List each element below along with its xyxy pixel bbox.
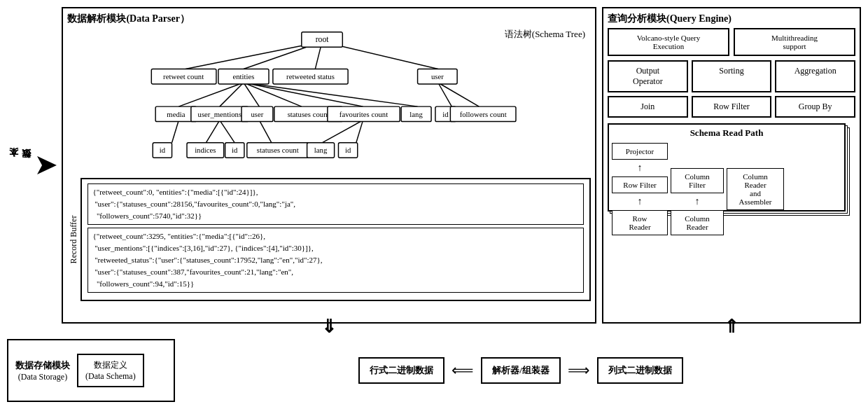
bottom-middle: 行式二进制数据 ⟸ 解析器/组装器 ⟹ 列式二进制数据 xyxy=(181,339,861,402)
tree-svg: root retweet count entities retweeted st… xyxy=(67,28,591,165)
svg-text:user: user xyxy=(431,72,444,81)
bottom-row: 数据存储模块 (Data Storage) 数据定义(Data Schema) … xyxy=(7,339,861,402)
qe-top-row: Volcano-style QueryExecution Multithread… xyxy=(608,28,855,56)
svg-line-14 xyxy=(220,120,234,143)
qe-operator-grid: OutputOperator Sorting Aggregation Join … xyxy=(608,60,855,118)
svg-line-8 xyxy=(244,83,363,106)
svg-text:lang: lang xyxy=(410,110,424,118)
svg-line-13 xyxy=(206,120,220,143)
svg-text:user: user xyxy=(251,110,264,118)
schema-tree-label: 语法树(Schema Tree) xyxy=(505,28,585,41)
svg-text:retweet count: retweet count xyxy=(163,72,204,81)
fat-left-arrow: ➤ xyxy=(35,7,56,324)
query-engine-module: 查询分析模块(Query Engine) Volcano-style Query… xyxy=(602,7,861,324)
svg-text:followers count: followers count xyxy=(460,110,507,118)
volcano-box: Volcano-style QueryExecution xyxy=(608,28,729,56)
record-buffer-wrapper: Record Buffer {"retweet_count":0, "entit… xyxy=(67,178,591,301)
schema-read-inner: Projector ↑ Row Filter ↑ RowReader Colum… xyxy=(612,143,841,235)
svg-text:media: media xyxy=(167,110,186,118)
svg-line-9 xyxy=(244,83,418,106)
right-arrow-box: ⟹ xyxy=(568,361,590,380)
join-cell: Join xyxy=(608,96,688,118)
schema-col-1: Projector ↑ Row Filter ↑ RowReader xyxy=(612,143,668,235)
data-parser-module: 数据解析模块(Data Parser） 语法树(Schema Tree) xyxy=(62,7,596,324)
data-storage-subtitle: (Data Storage) xyxy=(15,372,70,382)
svg-line-15 xyxy=(260,120,272,143)
top-row: 文本数据 ➤ 数据解析模块(Data Parser） 语法树(Schema Tr… xyxy=(7,7,861,324)
group-by-cell: Group By xyxy=(775,96,855,118)
svg-text:lang: lang xyxy=(314,146,328,154)
left-section: 文本数据 ➤ xyxy=(7,7,56,324)
schema-tree-area: 语法树(Schema Tree) xyxy=(67,28,591,175)
svg-text:id: id xyxy=(345,146,351,154)
svg-line-11 xyxy=(438,83,479,106)
svg-text:statuses count: statuses count xyxy=(288,110,330,118)
column-filter-item: ColumnFilter xyxy=(671,168,724,193)
columnar-binary-box: 列式二进制数据 xyxy=(597,357,683,384)
multithreading-box: Multithreadingsupport xyxy=(734,28,855,56)
row-reader-item: RowReader xyxy=(612,210,668,235)
stack-layer-1: Schema Read Path Projector ↑ Row Filter … xyxy=(608,123,846,212)
svg-text:indices: indices xyxy=(195,146,216,154)
query-engine-title: 查询分析模块(Query Engine) xyxy=(608,13,855,25)
aggregation-cell: Aggregation xyxy=(775,60,855,92)
arrow-down-3: ↑ xyxy=(671,196,724,207)
arrow-down-2: ↑ xyxy=(612,196,668,207)
projector-item: Projector xyxy=(612,143,668,160)
text-data-box: 文本数据 xyxy=(7,7,32,324)
svg-text:root: root xyxy=(316,35,330,44)
schema-read-path-wrapper: Schema Read Path Projector ↑ Row Filter … xyxy=(608,123,855,212)
svg-text:retweeted status: retweeted status xyxy=(286,72,335,81)
double-arrow-box: ⟸ xyxy=(451,361,474,380)
qe-up-arrow: ⇑ xyxy=(724,316,739,338)
svg-text:user_mentions: user_mentions xyxy=(198,110,242,118)
svg-text:id: id xyxy=(160,146,166,154)
sorting-cell: Sorting xyxy=(692,60,772,92)
data-storage-title-wrapper: 数据存储模块 (Data Storage) xyxy=(15,359,70,382)
data-parser-title: 数据解析模块(Data Parser） xyxy=(67,13,591,25)
record-buffer-content: {"retweet_count":0, "entities":{"media":… xyxy=(80,178,591,301)
svg-text:id: id xyxy=(232,146,238,154)
schema-col-3: ColumnReaderandAssembler xyxy=(727,168,784,235)
row-filter-item: Row Filter xyxy=(612,176,668,193)
data-schema-box: 数据定义(Data Schema) xyxy=(77,354,144,387)
output-operator-cell: OutputOperator xyxy=(608,60,688,92)
svg-text:entities: entities xyxy=(233,72,255,81)
column-reader-assembler-item: ColumnReaderandAssembler xyxy=(727,168,784,210)
column-reader-item: ColumnReader xyxy=(671,210,724,235)
svg-text:statuses count: statuses count xyxy=(257,146,299,154)
record-buffer-label: Record Buffer xyxy=(67,178,80,301)
row-binary-box: 行式二进制数据 xyxy=(358,357,444,384)
left-arrow: ⟸ xyxy=(451,361,474,380)
schema-col-2: ColumnFilter ↑ ColumnReader xyxy=(671,168,724,235)
row-filter-cell: Row Filter xyxy=(692,96,772,118)
right-arrow: ⟹ xyxy=(568,361,590,380)
parser-assembler-box: 解析器/组装器 xyxy=(481,357,561,384)
svg-line-5 xyxy=(220,83,244,106)
record-row-1: {"retweet_count":0, "entities":{"media":… xyxy=(88,183,584,225)
svg-line-12 xyxy=(172,120,179,143)
schema-read-path-title: Schema Read Path xyxy=(612,127,841,139)
record-row-2: {"retweet_count":3295, "entities":{"medi… xyxy=(88,228,584,293)
parser-down-arrow: ⇓ xyxy=(321,316,337,338)
arrow-down-1: ↑ xyxy=(612,162,668,174)
data-storage-module: 数据存储模块 (Data Storage) 数据定义(Data Schema) xyxy=(7,339,175,402)
svg-line-4 xyxy=(179,83,244,106)
svg-text:id: id xyxy=(443,110,449,118)
svg-text:favourites count: favourites count xyxy=(340,110,388,118)
data-storage-title: 数据存储模块 xyxy=(15,359,70,372)
main-container: 文本数据 ➤ 数据解析模块(Data Parser） 语法树(Schema Tr… xyxy=(7,7,861,402)
